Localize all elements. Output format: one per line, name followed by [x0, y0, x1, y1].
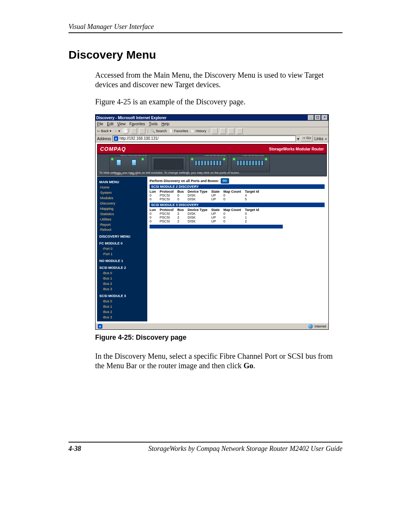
sidebar-item-bus0[interactable]: Bus 0: [99, 271, 147, 276]
favorites-button[interactable]: 📑 Favorites: [169, 129, 188, 133]
menu-file[interactable]: File: [97, 122, 103, 126]
menu-edit[interactable]: Edit: [107, 122, 113, 126]
ie-icon: e: [98, 324, 102, 329]
discuss-button[interactable]: [237, 128, 243, 134]
minimize-button[interactable]: _: [308, 115, 314, 120]
mail-button[interactable]: [212, 128, 218, 134]
refresh-button[interactable]: [131, 128, 137, 134]
sidebar-item-mapping[interactable]: Mapping: [99, 206, 147, 212]
module-fc[interactable]: Port 0 Port 1: [109, 156, 148, 172]
history-button[interactable]: 🕘 History: [190, 129, 206, 133]
menubar: File Edit View Favorites Tools Help: [96, 121, 328, 127]
menu-favorites[interactable]: Favorites: [129, 122, 145, 126]
close-button[interactable]: ×: [322, 115, 328, 120]
menu-help[interactable]: Help: [161, 122, 169, 126]
scsi-bus-connectors[interactable]: [195, 160, 222, 166]
links-label[interactable]: Links: [314, 137, 323, 141]
sidebar-item-bus2[interactable]: Bus 2: [99, 281, 147, 287]
sidebar-item-bus1[interactable]: Bus 1: [99, 304, 147, 310]
address-dropdown[interactable]: ▾: [297, 137, 299, 141]
status-led-icon: [111, 158, 113, 160]
intro-paragraph-2: Figure 4-25 is an example of the Discove…: [95, 97, 342, 107]
product-name: StorageWorks Modular Router: [269, 147, 324, 151]
module-scsi-3[interactable]: [231, 156, 270, 172]
menu-tools[interactable]: Tools: [149, 122, 158, 126]
sidebar-item-port1[interactable]: Port 1: [99, 252, 147, 257]
zone-label: Internet: [314, 324, 326, 328]
status-led-icon: [265, 158, 267, 160]
go-button[interactable]: ⇨ Go: [301, 136, 313, 142]
sidebar-item-home[interactable]: Home: [99, 185, 147, 190]
stop-button[interactable]: [123, 128, 129, 134]
footer-title: StorageWorks by Compaq Network Storage R…: [148, 445, 342, 453]
table-header-row: Lun Protocol Bus Device Type State Map C…: [150, 190, 263, 193]
back-button[interactable]: ⇦ Back ▾: [97, 129, 112, 133]
sidebar-no-module-1: NO MODULE 1: [99, 259, 147, 264]
scsi-bus-connectors[interactable]: [237, 160, 264, 166]
running-head: Visual Manager User Interface: [68, 23, 342, 33]
sidebar-item-discovery[interactable]: Discovery: [99, 201, 147, 206]
sidebar-header-discovery: DISCOVERY MENU: [99, 234, 147, 240]
status-led-icon: [142, 158, 144, 160]
compaq-logo: COMPAQ: [100, 146, 126, 152]
screenshot: Discovery - Microsoft Internet Explorer …: [95, 114, 329, 330]
sidebar-item-utilities[interactable]: Utilities: [99, 217, 147, 222]
forward-button[interactable]: → ▾: [114, 129, 120, 133]
section-header-mod3: SCSI MODULE 3 DISCOVERY: [150, 203, 325, 207]
sidebar-item-system[interactable]: System: [99, 190, 147, 196]
page-title: Discovery Menu: [68, 48, 342, 61]
fc-port-1[interactable]: [132, 160, 136, 166]
sidebar-item-bus3[interactable]: Bus 3: [99, 287, 147, 292]
discovery-table-mod2: Lun Protocol Bus Device Type State Map C…: [150, 190, 263, 201]
discovery-table-mod3: Lun Protocol Bus Device Type State Map C…: [150, 208, 263, 223]
sidebar-item-report[interactable]: Report: [99, 222, 147, 228]
table-row: 0PSCSI2DISKUP01: [150, 216, 263, 219]
address-field[interactable]: e http://192.168.100.131/: [113, 136, 296, 142]
table-row: 0PSCSI2DISKUP00: [150, 212, 263, 216]
sidebar-item-bus3[interactable]: Bus 3: [99, 315, 147, 320]
sidebar-item-statistics[interactable]: Statistics: [99, 212, 147, 217]
table-row: 0PSCSI2DISKUP02: [150, 219, 263, 223]
figure-caption: Figure 4-25: Discovery page: [95, 334, 342, 342]
sidebar-item-bus1[interactable]: Bus 1: [99, 276, 147, 281]
page-footer: 4-38 StorageWorks by Compaq Network Stor…: [68, 442, 342, 453]
section-header-mod2: SCSI MODULE 2 DISCOVERY: [150, 184, 325, 189]
sidebar-scsi-module-3: SCSI MODULE 3: [99, 294, 147, 299]
address-value: http://192.168.100.131/: [119, 136, 159, 141]
window-titlebar: Discovery - Microsoft Internet Explorer …: [96, 115, 328, 121]
col-devtype: Device Type: [188, 190, 211, 193]
diagram-instruction: To view settings, you may click on the m…: [99, 171, 325, 174]
sidebar-scsi-module-2: SCSI MODULE 2: [99, 265, 147, 271]
fc-port-0[interactable]: [116, 160, 121, 166]
print-button[interactable]: [220, 128, 226, 134]
sidebar-item-port0[interactable]: Port 0: [99, 246, 147, 252]
module-slot-empty[interactable]: [151, 156, 186, 172]
maximize-button[interactable]: ▢: [315, 115, 321, 120]
perform-discovery-go-button[interactable]: GO: [221, 178, 229, 184]
sidebar-header-main: MAIN MENU: [99, 180, 147, 185]
module-scsi-2[interactable]: [189, 156, 228, 172]
menu-view[interactable]: View: [117, 122, 126, 126]
sidebar-item-bus2[interactable]: Bus 2: [99, 310, 147, 315]
page-number: 4-38: [68, 445, 81, 453]
main-pane: Perform Discovery on all Ports and Buses…: [147, 177, 327, 321]
table-row: 0PSCSI0DISKUP05: [150, 197, 263, 201]
col-protocol: Protocol: [160, 190, 178, 193]
ie-icon: e: [114, 136, 118, 141]
sidebar-item-reboot[interactable]: Reboot: [99, 227, 147, 233]
section-footer-bar: [150, 225, 283, 228]
router-diagram: Fibre Channel Module LVD SCSI Module LVD…: [97, 154, 327, 176]
sidebar-item-modules[interactable]: Modules: [99, 196, 147, 201]
sidebar: MAIN MENU Home System Modules Discovery …: [97, 177, 147, 321]
intro-paragraph-1: Accessed from the Main Menu, the Discove…: [95, 70, 342, 89]
edit-button[interactable]: [228, 128, 234, 134]
home-button[interactable]: [139, 128, 145, 134]
status-led-icon: [233, 158, 235, 160]
search-button[interactable]: 🔍 Search: [151, 129, 167, 133]
page-content: COMPAQ StorageWorks Modular Router Fibre…: [96, 142, 328, 323]
sidebar-fc-module-0: FC MODULE 0: [99, 241, 147, 246]
toolbar: ⇦ Back ▾ → ▾ | 🔍 Search 📑 Favorites 🕘 Hi…: [96, 127, 328, 135]
col-bus: Bus: [177, 190, 188, 193]
sidebar-item-bus0[interactable]: Bus 0: [99, 299, 147, 304]
status-bar: e Internet: [96, 323, 328, 329]
